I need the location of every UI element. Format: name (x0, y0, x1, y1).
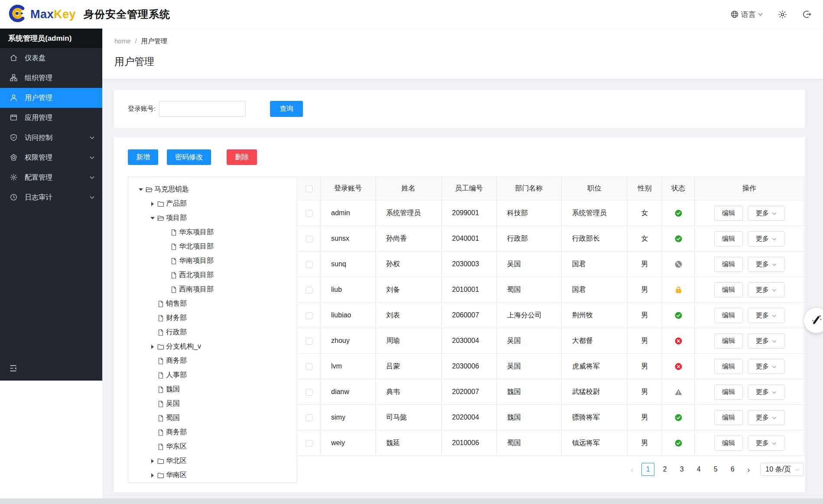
row-select-cell (297, 379, 321, 405)
select-all-checkbox[interactable] (306, 185, 312, 192)
row-checkbox[interactable] (306, 210, 312, 217)
breadcrumb-home[interactable]: home (114, 37, 131, 45)
sidebar-item-access-control[interactable]: 访问控制 (0, 128, 102, 148)
row-checkbox[interactable] (306, 236, 312, 242)
page-number[interactable]: 4 (692, 463, 705, 476)
table-row: weiy魏延2010006蜀国镇远将军男编辑更多 (297, 430, 804, 456)
sidebar-item-permission[interactable]: 权限管理 (0, 148, 102, 168)
more-button[interactable]: 更多 (748, 308, 784, 323)
tree-node[interactable]: 西南项目部 (161, 282, 297, 297)
sidebar-item-audit-log[interactable]: 日志审计 (0, 187, 102, 207)
column-header: 登录账号 (321, 177, 376, 200)
page-number[interactable]: 3 (675, 463, 688, 476)
delete-button[interactable]: 删除 (227, 149, 257, 165)
page-number[interactable]: 1 (641, 463, 654, 476)
page-number[interactable]: 6 (726, 463, 739, 476)
settings-gear-icon[interactable] (777, 10, 787, 19)
more-button[interactable]: 更多 (748, 231, 784, 246)
page-number[interactable]: 5 (709, 463, 722, 476)
tree-node[interactable]: 华北项目部 (161, 239, 297, 254)
query-button[interactable]: 查询 (270, 101, 303, 117)
tree-node[interactable]: 销售部 (148, 297, 297, 311)
row-checkbox[interactable] (306, 389, 312, 396)
menu-collapse-icon[interactable] (9, 364, 18, 375)
caret-right-icon[interactable] (148, 459, 157, 463)
table-row: dianw典韦2020007魏国武猛校尉男编辑更多 (297, 379, 804, 405)
tree-node[interactable]: 魏国 (148, 382, 297, 397)
edit-button[interactable]: 编辑 (714, 257, 743, 272)
edit-button[interactable]: 编辑 (714, 359, 743, 374)
logout-icon[interactable] (802, 10, 812, 19)
more-button[interactable]: 更多 (748, 257, 784, 272)
tree-node[interactable]: 西北项目部 (161, 268, 297, 282)
next-page-icon[interactable]: › (743, 465, 754, 474)
tree-node[interactable]: 商务部 (148, 354, 297, 368)
edit-button[interactable]: 编辑 (714, 282, 743, 297)
row-checkbox[interactable] (306, 338, 312, 345)
sidebar-item-label: 组织管理 (25, 74, 52, 83)
more-button[interactable]: 更多 (748, 206, 784, 221)
sidebar-item-user[interactable]: 用户管理 (0, 88, 102, 108)
row-checkbox[interactable] (306, 440, 312, 447)
sidebar-item-app[interactable]: 应用管理 (0, 108, 102, 128)
tree-node[interactable]: 华南项目部 (161, 254, 297, 268)
tree-node[interactable]: 产品部 (148, 197, 297, 211)
caret-right-icon[interactable] (148, 345, 157, 349)
caret-right-icon[interactable] (148, 202, 157, 206)
file-icon (157, 329, 165, 336)
edit-button[interactable]: 编辑 (714, 308, 743, 323)
add-button[interactable]: 新增 (128, 149, 158, 165)
edit-button[interactable]: 编辑 (714, 231, 743, 246)
edit-button[interactable]: 编辑 (714, 410, 743, 425)
edit-button[interactable]: 编辑 (714, 206, 743, 221)
table-area: 登录账号姓名员工编号部门名称职位性别状态操作 admin系统管理员2099001… (297, 177, 804, 476)
page-number[interactable]: 2 (658, 463, 671, 476)
tree-node[interactable]: 行政部 (148, 325, 297, 339)
cell-name: 孙尚香 (376, 226, 442, 252)
tree-node[interactable]: 吴国 (148, 397, 297, 411)
tree-node[interactable]: 华东区 (148, 439, 297, 454)
sidebar-item-dashboard[interactable]: 仪表盘 (0, 48, 102, 68)
row-select-cell (297, 354, 321, 379)
more-button[interactable]: 更多 (748, 384, 784, 400)
tree-node-label: 华东项目部 (179, 228, 214, 237)
tree-node[interactable]: 马克思钥匙 (137, 182, 297, 197)
tree-node[interactable]: 华南区 (148, 468, 297, 482)
prev-page-icon[interactable]: ‹ (626, 465, 638, 474)
row-checkbox[interactable] (306, 312, 312, 319)
tree-node[interactable]: 财务部 (148, 311, 297, 325)
tree-node[interactable]: 华北区 (148, 454, 297, 468)
tree-node-label: 华南区 (166, 471, 187, 480)
tree-node[interactable]: 人事部 (148, 368, 297, 382)
more-button[interactable]: 更多 (748, 436, 784, 451)
tree-node[interactable]: 分支机构_v (148, 339, 297, 354)
row-checkbox[interactable] (306, 287, 312, 294)
login-account-input[interactable] (159, 101, 246, 117)
cell-position: 骠骑将军 (562, 405, 628, 430)
more-button[interactable]: 更多 (748, 282, 784, 297)
tree-node[interactable]: 蜀国 (148, 411, 297, 425)
caret-down-icon[interactable] (137, 188, 145, 191)
more-button[interactable]: 更多 (748, 359, 784, 374)
caret-down-icon[interactable] (148, 217, 157, 220)
tree-node[interactable]: 项目部 (148, 211, 297, 225)
cell-position: 武猛校尉 (562, 379, 628, 405)
tree-node[interactable]: 华东项目部 (161, 225, 297, 239)
page-size-select[interactable]: 10 条/页 (760, 463, 804, 476)
more-button[interactable]: 更多 (748, 410, 784, 425)
caret-right-icon[interactable] (148, 473, 157, 478)
more-button[interactable]: 更多 (748, 333, 784, 349)
tree-node[interactable]: 商务部 (148, 425, 297, 439)
cell-status (662, 405, 695, 430)
edit-button[interactable]: 编辑 (714, 333, 743, 349)
sidebar-item-org[interactable]: 组织管理 (0, 68, 102, 88)
row-checkbox[interactable] (306, 363, 312, 370)
language-switcher[interactable]: 语言 (730, 10, 763, 19)
change-password-button[interactable]: 密码修改 (167, 149, 211, 165)
file-icon (170, 286, 178, 294)
row-checkbox[interactable] (306, 414, 312, 421)
edit-button[interactable]: 编辑 (714, 436, 743, 451)
sidebar-item-config[interactable]: 配置管理 (0, 168, 102, 187)
edit-button[interactable]: 编辑 (714, 384, 743, 400)
row-checkbox[interactable] (306, 261, 312, 268)
